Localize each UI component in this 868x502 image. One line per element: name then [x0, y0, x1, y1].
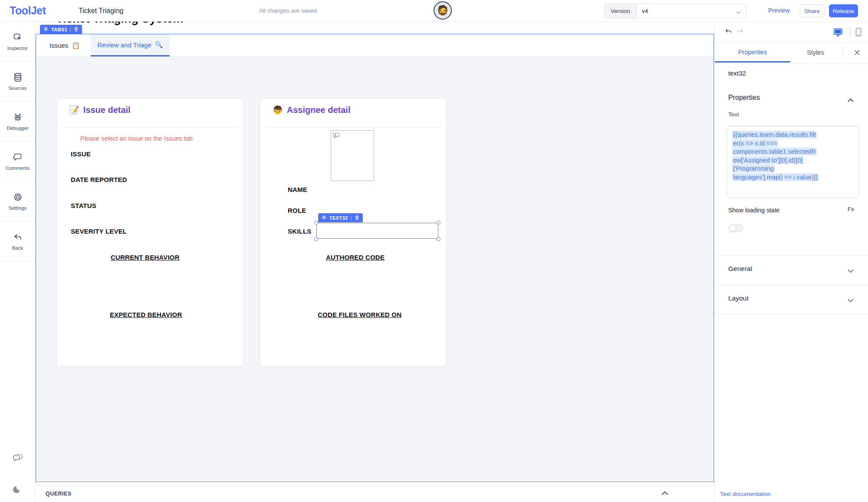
sidebar-item-comments[interactable]: Comments	[0, 142, 35, 182]
gear-icon[interactable]	[322, 215, 326, 221]
code-line: er(x => x.id ===	[732, 139, 778, 147]
sidebar-item-label: Debugger	[7, 126, 29, 131]
sidebar-item-debugger[interactable]: Debugger	[0, 102, 35, 142]
assignee-photo-placeholder	[331, 130, 374, 181]
chevron-down-icon[interactable]	[847, 297, 854, 304]
code-line: ow['Assigned to'][0].id)[0]	[732, 156, 803, 164]
app-canvas: Ticket Triaging System TABS1 Issues �	[35, 22, 714, 502]
tab-properties[interactable]: Properties	[715, 43, 790, 63]
toggle-knob	[730, 225, 736, 231]
field-label-issue: ISSUE	[71, 150, 91, 158]
sidebar-item-settings[interactable]: Settings	[0, 182, 35, 221]
clipboard-icon: 📋	[72, 42, 80, 50]
tabs-widget-badge[interactable]: TABS1	[40, 25, 82, 34]
field-label-role: ROLE	[288, 207, 306, 214]
section-current-behavior: CURRENT BEHAVIOR	[111, 254, 180, 261]
sidebar-item-label: Settings	[9, 205, 27, 211]
version-select[interactable]: v4	[636, 3, 746, 18]
gear-icon[interactable]	[43, 26, 48, 32]
section-authored-code: AUTHORED CODE	[326, 254, 385, 261]
sidebar-item-label: Sources	[8, 86, 26, 91]
tab-issues[interactable]: Issues 📋	[49, 34, 80, 56]
redo-icon[interactable]	[736, 27, 744, 38]
text32-widget-badge[interactable]: TEXT32	[318, 213, 363, 222]
field-label-date-reported: DATE REPORTED	[71, 176, 127, 183]
gear-icon	[13, 192, 23, 202]
section-expected-behavior: EXPECTED BEHAVIOR	[110, 311, 182, 318]
undo-icon[interactable]	[724, 27, 733, 38]
badge-divider	[351, 215, 352, 221]
resize-handle[interactable]	[437, 237, 441, 241]
share-button[interactable]: Share	[800, 4, 824, 17]
resize-handle[interactable]	[314, 237, 318, 241]
chevron-up-icon[interactable]	[661, 490, 669, 498]
sidebar-item-inspector[interactable]: Inspector	[0, 22, 35, 62]
text-property-code-editor[interactable]: {{queries.team.data.results.filt er(x =>…	[727, 126, 859, 198]
trash-icon[interactable]	[74, 26, 79, 33]
code-line: ['Programming	[732, 165, 775, 172]
fx-button[interactable]: Fx	[848, 206, 854, 212]
divider	[62, 127, 238, 128]
sidebar-item-sources[interactable]: Sources	[0, 62, 35, 102]
section-code-files: CODE FILES WORKED ON	[318, 311, 401, 318]
chevron-up-icon[interactable]	[847, 96, 854, 104]
tab-review-and-triage[interactable]: Review and Triage 🔍	[91, 34, 170, 56]
resize-handle[interactable]	[314, 221, 318, 225]
panel-toolbar	[715, 22, 868, 43]
chevron-down-icon[interactable]	[847, 267, 854, 275]
assignee-detail-card: 👦 Assignee detail NAME	[260, 98, 447, 367]
version-value: v4	[642, 8, 648, 14]
tabs-divider	[842, 48, 843, 59]
issue-detail-card: 📝 Issue detail Please select an issue on…	[56, 98, 243, 367]
tabs-widget[interactable]: Issues 📋 Review and Triage 🔍 📝 Issue det…	[36, 34, 714, 482]
avatar-icon: 🧔	[437, 5, 448, 16]
chat-icon[interactable]	[11, 452, 24, 466]
code-line: components.table1.selectedR	[732, 148, 817, 155]
person-icon: 👦	[273, 105, 283, 115]
sidebar-item-label: Back	[12, 245, 23, 251]
divider	[715, 314, 868, 314]
field-label-skills: SKILLS	[288, 228, 312, 235]
field-label-status: STATUS	[71, 202, 96, 209]
avatar[interactable]: 🧔	[434, 1, 452, 20]
assignee-card-title: 👦 Assignee detail	[273, 105, 350, 115]
widget-badge-label: TABS1	[51, 27, 67, 32]
database-icon	[13, 72, 23, 83]
version-label: Version	[604, 3, 636, 18]
desktop-view-icon[interactable]	[833, 27, 843, 39]
sidebar-footer	[0, 452, 35, 498]
show-loading-state-toggle[interactable]	[728, 224, 743, 232]
text-documentation-link[interactable]: Text documentation	[720, 491, 771, 497]
panel-tabs: Properties Styles	[715, 43, 868, 64]
resize-handle[interactable]	[437, 221, 441, 225]
queries-panel-bar[interactable]: QUERIES	[35, 485, 714, 502]
tabs-bar: Issues 📋 Review and Triage 🔍	[36, 34, 713, 57]
version-group: Version v4	[604, 3, 746, 18]
bug-icon	[13, 112, 23, 122]
field-label-name: NAME	[288, 186, 307, 193]
issue-card-title: 📝 Issue detail	[69, 105, 131, 115]
text32-selected-widget[interactable]	[316, 223, 438, 239]
divider	[266, 127, 441, 128]
divider	[715, 285, 868, 285]
mobile-view-icon[interactable]	[855, 27, 862, 39]
sidebar-item-label: Inspector	[7, 46, 28, 51]
top-header: ToolJet Ticket Triaging All changes are …	[0, 0, 868, 22]
layout-section-header[interactable]: Layout	[728, 294, 749, 302]
preview-button[interactable]: Preview	[768, 7, 790, 14]
trash-icon[interactable]	[355, 215, 359, 221]
moon-icon[interactable]	[12, 484, 24, 498]
back-arrow-icon	[13, 232, 23, 242]
tab-label: Review and Triage	[98, 41, 151, 49]
left-sidebar: Inspector Sources	[0, 22, 35, 502]
tab-styles[interactable]: Styles	[790, 43, 841, 63]
selected-widget-name: text32	[728, 69, 746, 77]
release-button[interactable]: Release	[829, 4, 858, 17]
general-section-header[interactable]: General	[728, 265, 752, 273]
sidebar-item-back[interactable]: Back	[0, 221, 35, 261]
field-label-severity-level: SEVERITY LEVEL	[71, 228, 127, 235]
close-icon[interactable]	[854, 49, 861, 58]
tooljet-app-builder: ToolJet Ticket Triaging All changes are …	[0, 0, 868, 502]
sidebar-item-label: Comments	[6, 165, 30, 171]
app-title: Ticket Triaging	[79, 7, 123, 15]
